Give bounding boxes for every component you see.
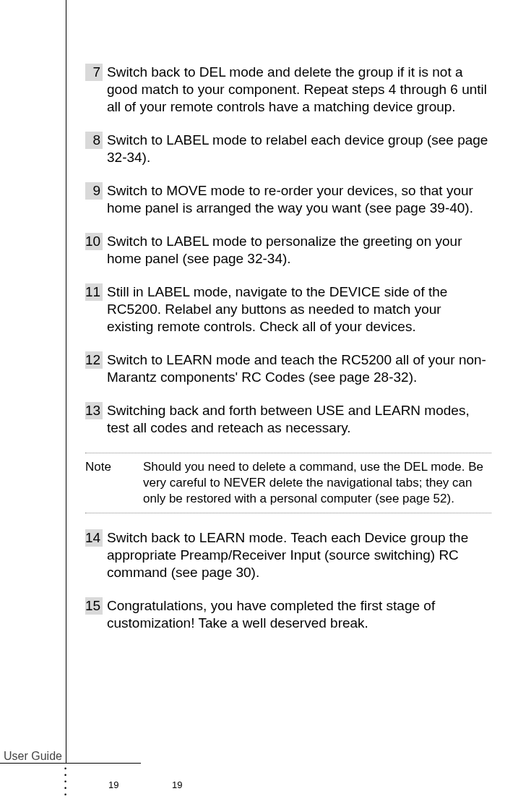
step-number: 9 xyxy=(85,182,103,200)
step-number: 7 xyxy=(85,64,103,81)
note-text: Should you need to delete a command, use… xyxy=(143,459,491,507)
note-box: Note Should you need to delete a command… xyxy=(85,453,491,513)
step-item: 14 Switch back to LEARN mode. Teach each… xyxy=(85,529,491,581)
content-area: 7 Switch back to DEL mode and delete the… xyxy=(85,64,491,648)
step-number: 14 xyxy=(85,529,103,547)
step-item: 15 Congratulations, you have completed t… xyxy=(85,597,491,632)
step-item: 10 Switch to LABEL mode to personalize t… xyxy=(85,233,491,268)
horizontal-rule xyxy=(0,763,141,764)
step-item: 8 Switch to LABEL mode to relabel each d… xyxy=(85,132,491,166)
vertical-rule xyxy=(66,0,66,763)
step-number: 11 xyxy=(85,283,103,301)
step-text: Switch to LABEL mode to personalize the … xyxy=(107,233,491,268)
step-item: 11 Still in LABEL mode, navigate to the … xyxy=(85,283,491,336)
step-number: 10 xyxy=(85,233,103,250)
note-label: Note xyxy=(85,459,143,507)
step-text: Switching back and forth between USE and… xyxy=(107,402,491,437)
step-number: 12 xyxy=(85,351,103,369)
step-item: 13 Switching back and forth between USE … xyxy=(85,402,491,437)
step-number: 13 xyxy=(85,402,103,419)
step-text: Switch back to DEL mode and delete the g… xyxy=(107,64,491,116)
footer-label: User Guide xyxy=(0,750,66,763)
step-text: Switch to LEARN mode and teach the RC520… xyxy=(107,351,491,386)
page-number: 19 xyxy=(172,779,182,790)
decorative-dots: ••••• xyxy=(64,766,66,798)
page-number: 19 xyxy=(108,779,118,790)
step-number: 15 xyxy=(85,597,103,615)
step-text: Still in LABEL mode, navigate to the DEV… xyxy=(107,283,491,336)
step-text: Congratulations, you have completed the … xyxy=(107,597,491,632)
step-text: Switch back to LEARN mode. Teach each De… xyxy=(107,529,491,581)
step-item: 12 Switch to LEARN mode and teach the RC… xyxy=(85,351,491,386)
step-text: Switch to LABEL mode to relabel each dev… xyxy=(107,132,491,166)
step-item: 9 Switch to MOVE mode to re-order your d… xyxy=(85,182,491,217)
step-text: Switch to MOVE mode to re-order your dev… xyxy=(107,182,491,217)
step-item: 7 Switch back to DEL mode and delete the… xyxy=(85,64,491,116)
step-number: 8 xyxy=(85,132,103,149)
